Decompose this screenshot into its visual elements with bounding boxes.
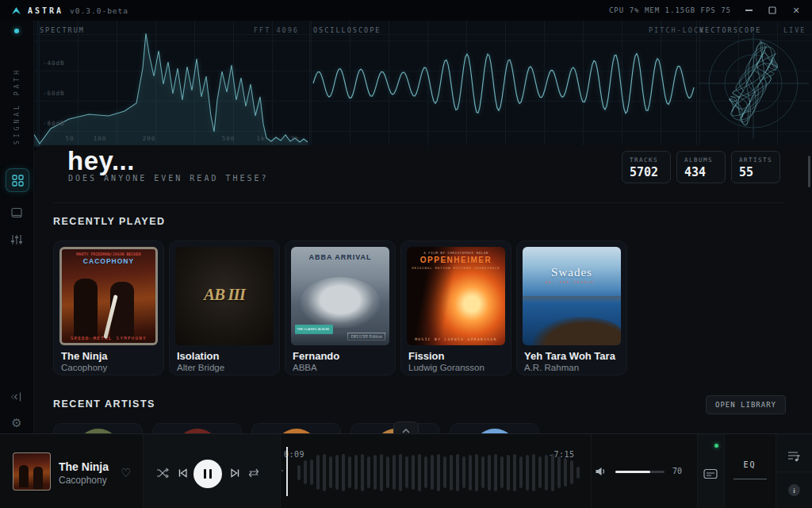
waveform-bar [405,456,408,488]
waveform-bar [481,456,485,488]
section-divider [53,202,783,203]
waveform-bar [386,456,389,488]
waveform-bar [557,456,561,488]
close-icon: ✕ [792,6,799,16]
shuffle-button[interactable] [156,467,169,479]
waveform-bar [545,455,548,491]
sidebar-item-mixer[interactable] [6,229,28,251]
spectrum-title: SPECTRUM [40,26,85,34]
pause-button[interactable] [193,460,222,488]
stat-card-artists: ARTISTS 55 [731,151,780,183]
album-cover: A FILM BY CHRISTOPHER NOLAN OPPENHEIMER … [407,247,505,345]
player-divider [143,434,144,508]
cover-text: ABBA ARRIVAL [291,253,389,261]
cover-text: DELUXE Edition [347,333,385,341]
waveform-bar [304,460,307,484]
artist-card[interactable] [53,423,143,433]
main-content: hey... DOES ANYONE EVEN READ THESE? TRAC… [33,145,812,433]
album-title: Fission [408,350,445,362]
info-button[interactable]: i [788,484,800,496]
waveform-bar [507,455,510,491]
waveform-bar [576,467,580,479]
album-cover: MARTY FRIEDMAN/JASON BECKER CACOPHONY SP… [59,247,158,345]
waveform-bar [418,454,421,491]
album-card[interactable]: AB III Isolation Alter Bridge [169,241,280,375]
waveform-bar [551,454,554,491]
grid-icon [12,175,24,187]
waveform-bar [342,454,345,491]
album-card[interactable]: ABBA ARRIVAL THE CLASSIC ALBUM DELUXE Ed… [285,241,396,375]
queue-button[interactable] [787,450,801,463]
album-card[interactable]: MARTY FRIEDMAN/JASON BECKER CACOPHONY SP… [53,241,164,375]
seek-dot [282,470,283,471]
previous-track-button[interactable] [176,467,189,479]
db-axis-label: -40dB [43,60,65,67]
eq-panel-button[interactable]: EQ [724,460,776,469]
cover-text: OPPENHEIMER [407,256,505,264]
artist-card[interactable] [152,423,242,433]
player-divider [280,434,281,508]
waveform-bar [532,454,535,491]
album-cover: AB III [175,247,274,345]
fft-size-badge[interactable]: FFT 4096 [254,26,299,34]
album-card[interactable]: Swades WE. THE PEOPLE. Yeh Tara Woh Tara… [516,241,627,375]
app-logo-icon [11,6,21,16]
minimize-icon [745,10,753,11]
waveform-bar [443,456,446,488]
repeat-button[interactable] [247,467,260,479]
playhead[interactable] [286,447,288,496]
waveform-bar [354,455,358,490]
library-stats: TRACKS 5702 ALBUMS 434 ARTISTS 55 [622,151,780,183]
maximize-button[interactable] [766,4,779,17]
waveform-bar [310,460,313,485]
waveform-bar [456,454,459,491]
sliders-icon [10,233,23,246]
waveform-bar [475,454,478,491]
waveform-bar [329,456,332,488]
next-track-button[interactable] [229,467,242,479]
stat-value: 434 [684,165,725,179]
scrollbar-thumb[interactable] [808,156,810,187]
next-icon [230,468,241,479]
album-card[interactable]: A FILM BY CHRISTOPHER NOLAN OPPENHEIMER … [400,241,511,375]
waveform-seekbar[interactable] [297,449,584,495]
open-library-button[interactable]: OPEN LIBRARY [706,395,786,414]
stat-value: 5702 [630,165,670,179]
album-title: Isolation [177,350,219,362]
close-button[interactable]: ✕ [790,4,802,17]
album-title: Yeh Tara Woh Tara [524,350,615,362]
waveform-bar [431,455,434,490]
sidebar-item-library[interactable] [6,202,28,224]
player-divider [724,434,725,508]
waveform-bar [323,454,326,491]
pause-icon [209,469,212,479]
sidebar-item-home[interactable] [6,168,29,192]
pitch-lock-badge[interactable]: PITCH-LOCK [649,26,705,34]
waveform-bar [316,455,320,490]
sidebar-item-collapse[interactable] [6,386,28,408]
stat-card-albums: ALBUMS 434 [676,151,726,183]
waveform-bar [399,454,402,491]
artist-card[interactable] [251,423,341,433]
cover-text: Swades [523,266,621,279]
mute-button[interactable] [595,466,607,477]
artist-card[interactable] [450,423,539,433]
volume-slider[interactable] [615,471,665,473]
player-divider [697,434,698,508]
status-dot [14,29,19,33]
sidebar-item-settings[interactable]: ⚙ [6,411,28,433]
now-playing-artwork[interactable] [13,452,51,491]
favorite-button[interactable]: ♡ [121,466,131,480]
cover-text: WE. THE PEOPLE. [523,280,621,284]
db-axis-label: -60dB [43,90,65,97]
waveform-bar [348,456,351,488]
app-version: v0.3.0-beta [70,6,128,15]
waveform-bar [424,456,427,488]
player-bar: The Ninja Cacophony ♡ 0:09 -7:15 70 EQ [0,433,812,508]
cover-text: MUSIC BY LUDWIG GÖRANSSON [407,337,505,341]
minimize-button[interactable] [742,4,755,17]
greeting-subtitle: DOES ANYONE EVEN READ THESE? [68,174,269,183]
lyrics-button[interactable] [703,468,718,479]
cover-text: SPEED METAL SYMPHONY [59,336,158,341]
recently-played-title: RECENTLY PLAYED [53,216,166,227]
